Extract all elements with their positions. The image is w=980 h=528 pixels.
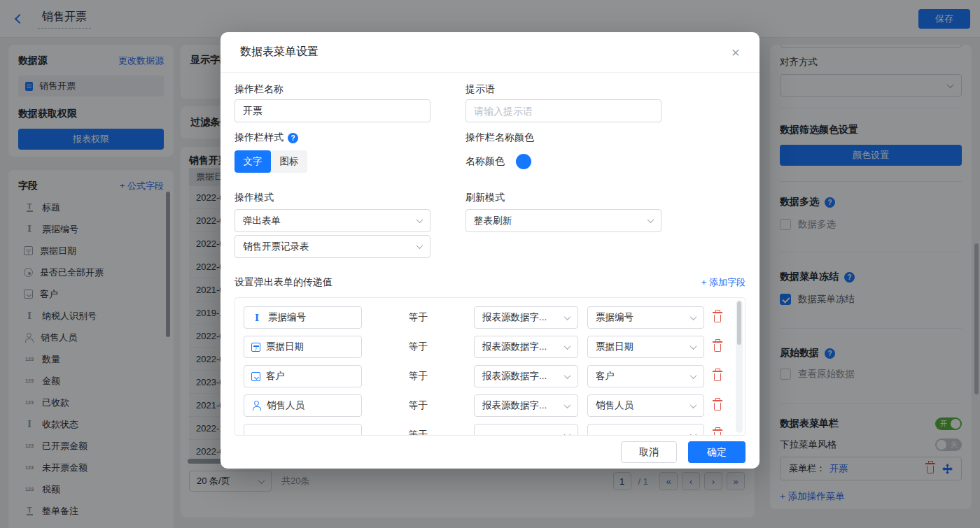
transfer-row: 票据编号等于报表源数据字...票据编号 [244,306,721,329]
source-field-select[interactable] [587,424,704,436]
chevron-down-icon [564,372,571,379]
transfer-row: 等于 [244,424,721,436]
source-type-select[interactable]: 报表源数据字... [474,365,578,387]
transfer-field-box[interactable]: 票据编号 [244,306,362,329]
chevron-down-icon [564,431,571,436]
operator-label: 等于 [409,399,428,412]
source-type-select[interactable]: 报表源数据字... [474,306,578,329]
action-mode-select[interactable]: 弹出表单 [234,209,430,232]
transfer-row: 客户等于报表源数据字...客户 [244,365,721,387]
dialog-title: 数据表菜单设置 [240,45,318,59]
color-swatch[interactable] [516,154,531,169]
source-field-select[interactable]: 票据日期 [587,336,704,358]
operator-label: 等于 [409,341,428,353]
source-field-select[interactable]: 票据编号 [587,306,704,329]
delete-row-icon[interactable] [714,403,721,411]
dialog-body: 操作栏名称 提示语 操作栏样式 操作栏名称颜色 文字 图标 [220,73,760,436]
tip-label: 提示语 [465,84,662,95]
chevron-down-icon [648,216,654,223]
delete-row-icon[interactable] [714,315,721,322]
transfer-row: 销售人员等于报表源数据字...销售人员 [244,394,721,417]
chevron-down-icon [690,372,697,379]
select-icon [251,372,260,381]
style-option-text[interactable]: 文字 [234,150,271,173]
action-name-label: 操作栏名称 [234,84,430,95]
transfer-field-label: 票据编号 [268,311,306,324]
action-name-input[interactable] [234,99,430,122]
chevron-down-icon [416,216,424,223]
cancel-button[interactable]: 取消 [621,441,677,463]
delete-row-icon[interactable] [714,432,721,436]
confirm-button[interactable]: 确定 [688,441,746,463]
chevron-down-icon [416,242,424,249]
chevron-down-icon [690,343,697,350]
chevron-down-icon [564,401,571,408]
action-color-label: 操作栏名称颜色 [465,132,662,143]
swatch-label: 名称颜色 [465,155,505,168]
dialog-header: 数据表菜单设置 × [220,32,760,73]
transfer-field-label: 票据日期 [266,341,304,353]
transfer-field-box[interactable] [244,424,362,436]
person-icon [251,401,261,411]
app-window: 销售开票 保存 数据源 更改数据源 销售开票 数据获取权限 报表权限 字段 + … [0,0,980,528]
transfer-field-box[interactable]: 销售人员 [244,394,362,417]
source-field-select[interactable]: 销售人员 [587,394,704,417]
operator-label: 等于 [409,429,428,436]
list-scrollbar-thumb[interactable] [737,301,741,345]
transfer-values-label: 设置弹出表单的传递值 [234,276,332,289]
style-option-icon[interactable]: 图标 [271,150,307,173]
source-type-select[interactable]: 报表源数据字... [474,336,578,358]
source-type-select[interactable]: 报表源数据字... [474,394,578,417]
chevron-down-icon [690,313,697,320]
operator-label: 等于 [409,311,428,324]
refresh-mode-select[interactable]: 整表刷新 [465,209,662,232]
delete-row-icon[interactable] [714,373,721,381]
close-icon[interactable]: × [732,45,740,59]
source-type-select[interactable] [474,424,578,436]
chevron-down-icon [690,431,697,436]
source-field-select[interactable]: 客户 [587,365,704,387]
target-form-select[interactable]: 销售开票记录表 [234,235,430,258]
transfer-row: 票据日期等于报表源数据字...票据日期 [244,336,721,358]
date-icon [251,343,260,352]
text-icon [251,312,262,323]
tip-input[interactable] [465,99,662,122]
style-segmented-control: 文字 图标 [234,150,307,173]
delete-row-icon[interactable] [714,344,721,352]
table-menu-settings-dialog: 数据表菜单设置 × 操作栏名称 提示语 操作栏样式 操作栏名称颜色 文字 图 [220,32,760,469]
chevron-down-icon [690,401,697,408]
dialog-footer: 取消 确定 [220,441,760,463]
transfer-field-label: 客户 [266,370,285,383]
action-style-label: 操作栏样式 [234,131,284,144]
chevron-down-icon [564,343,571,350]
transfer-field-label: 销售人员 [267,399,304,412]
list-scrollbar-track[interactable] [736,300,743,433]
transfer-values-list: 票据编号等于报表源数据字...票据编号票据日期等于报表源数据字...票据日期客户… [234,297,746,436]
transfer-field-box[interactable]: 票据日期 [244,336,362,358]
action-mode-label: 操作模式 [234,192,430,204]
transfer-field-box[interactable]: 客户 [244,365,362,387]
help-icon[interactable] [288,133,298,143]
refresh-mode-label: 刷新模式 [465,192,662,204]
add-field-link[interactable]: + 添加字段 [701,276,746,289]
operator-label: 等于 [409,370,428,383]
chevron-down-icon [564,313,571,320]
